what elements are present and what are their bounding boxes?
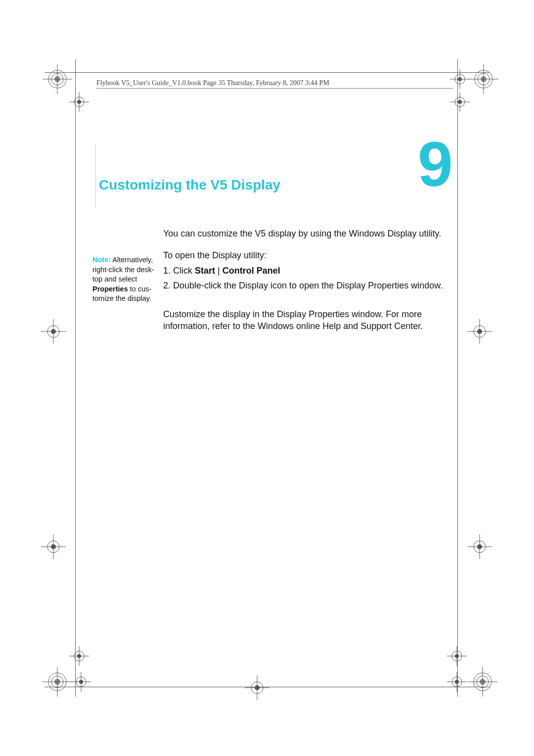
chapter-title-left-rule xyxy=(95,143,96,208)
more-info-paragraph: Customize the display in the Display Pro… xyxy=(163,308,455,332)
registration-mark-mid-right xyxy=(465,317,494,346)
registration-mark-top-left xyxy=(39,59,93,114)
step-1: 1. Click Start | Control Panel xyxy=(163,265,455,277)
header-rule xyxy=(96,88,453,89)
margin-note-label: Note: xyxy=(92,256,111,264)
step-1-control-panel: Control Panel xyxy=(222,266,280,276)
crop-left-line xyxy=(75,59,76,697)
intro-paragraph: You can customize the V5 display by usin… xyxy=(163,228,455,239)
registration-mark-lower-left xyxy=(39,532,68,562)
chapter-number: 9 xyxy=(418,133,453,196)
registration-mark-mid-left xyxy=(39,317,68,346)
running-head: Flybook V5_User's Guide_V1.0.book Page 3… xyxy=(96,79,329,87)
step-1-start: Start xyxy=(195,266,215,276)
crop-top-line xyxy=(44,72,490,73)
chapter-title: Customizing the V5 Display xyxy=(99,177,280,193)
step-2: 2. Double-click the Display icon to open… xyxy=(163,280,455,291)
registration-mark-bottom-left xyxy=(39,643,98,703)
body-text: You can customize the V5 display by usin… xyxy=(163,228,455,335)
registration-mark-bottom-right xyxy=(435,643,499,703)
step-1-prefix: 1. Click xyxy=(163,266,195,276)
registration-mark-top-right xyxy=(440,59,499,114)
registration-mark-lower-right xyxy=(465,532,494,562)
margin-note-bold: Properties xyxy=(92,285,128,293)
margin-note: Note: Alternatively, right-click the des… xyxy=(92,255,158,304)
registration-mark-bottom-center xyxy=(242,673,272,703)
open-paragraph: To open the Display utility: xyxy=(163,249,455,261)
crop-right-line xyxy=(457,59,458,697)
step-1-separator: | xyxy=(215,266,222,276)
